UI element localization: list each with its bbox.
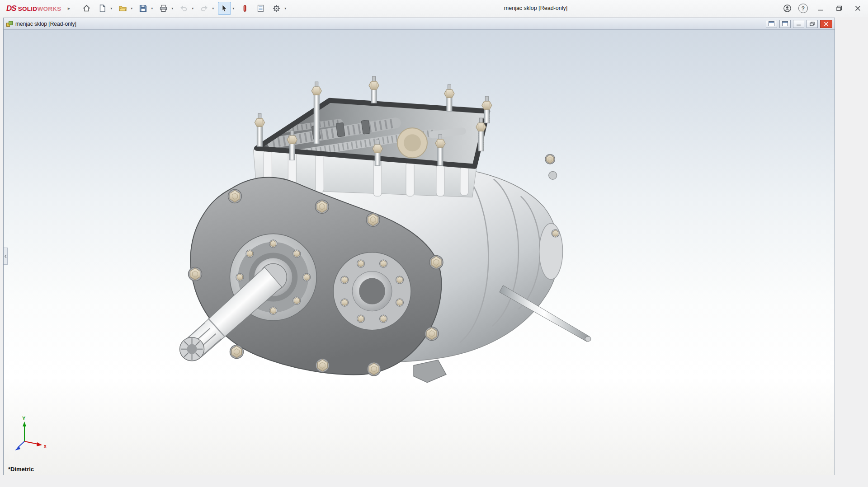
select-dropdown-icon[interactable]: ▾ [231, 6, 236, 10]
open-dropdown-icon[interactable]: ▾ [129, 6, 134, 10]
app-minimize-button[interactable] [815, 3, 826, 14]
document-title: menjac sklop [Read-only] [15, 21, 76, 27]
solidworks-logo: DS SOLID WORKS [6, 4, 61, 13]
triad-x-label: x [44, 444, 47, 449]
document-window-controls [766, 20, 832, 28]
print-button[interactable] [157, 2, 170, 15]
side-bearing-cover [333, 253, 411, 330]
graphics-viewport[interactable]: Y x *Dimetric [4, 30, 835, 475]
undo-button [177, 2, 190, 15]
redo-dropdown-icon: ▾ [211, 6, 215, 10]
toolbar-expand-arrow-icon[interactable]: ▸ [68, 5, 71, 11]
undo-dropdown-icon: ▾ [190, 6, 195, 10]
doc-restore-button[interactable] [807, 20, 818, 28]
save-dropdown-icon[interactable]: ▾ [150, 6, 154, 10]
gearbox-model[interactable] [4, 30, 835, 475]
close-icon [855, 5, 861, 11]
options-gear-icon [272, 4, 281, 13]
home-button[interactable] [80, 2, 93, 15]
featuremanager-collapsed-handle[interactable] [4, 248, 8, 265]
redo-button [198, 2, 211, 15]
select-tool-button[interactable] [218, 2, 231, 15]
undo-icon [179, 4, 188, 13]
new-document-dropdown-icon[interactable]: ▾ [109, 6, 113, 10]
file-properties-icon [256, 4, 265, 13]
select-cursor-icon [220, 4, 229, 13]
file-properties-button[interactable] [254, 2, 267, 15]
doc-minimize-button[interactable] [793, 20, 804, 28]
open-button[interactable] [116, 2, 129, 15]
doc-tile-pane-a-button[interactable] [766, 20, 777, 28]
pane-window-icon [769, 21, 774, 26]
rebuild-button[interactable] [238, 2, 251, 15]
new-document-icon [98, 4, 107, 13]
print-dropdown-icon[interactable]: ▾ [170, 6, 175, 10]
app-titlebar: DS SOLID WORKS ▸ ▾ [0, 0, 868, 17]
minimize-icon [818, 5, 824, 11]
pane-window-split-icon [782, 21, 788, 26]
print-icon [159, 4, 168, 13]
open-folder-icon [118, 4, 127, 13]
options-dropdown-icon[interactable]: ▾ [283, 6, 288, 10]
doc-minimize-icon [796, 22, 801, 26]
triad-y-label: Y [22, 416, 26, 421]
orientation-triad: Y x [10, 415, 52, 457]
rebuild-icon [241, 4, 249, 13]
app-window-title: menjac sklop [Read-only] [477, 0, 594, 17]
triad-z-axis [15, 446, 20, 450]
doc-close-button[interactable] [820, 20, 832, 28]
account-icon[interactable] [783, 4, 792, 13]
quick-access-toolbar: ▾ ▾ ▾ [77, 2, 288, 15]
maximize-icon [836, 5, 842, 11]
app-close-button[interactable] [852, 3, 863, 14]
help-icon[interactable]: ? [798, 4, 808, 13]
app-window-controls: ? [783, 0, 863, 17]
logo-ds-glyph: DS [6, 4, 16, 13]
new-document-button[interactable] [96, 2, 109, 15]
assembly-document-icon [6, 20, 13, 28]
save-icon [139, 4, 147, 13]
save-button[interactable] [137, 2, 150, 15]
doc-restore-icon [810, 22, 815, 26]
app-maximize-button[interactable] [833, 3, 845, 14]
redo-icon [200, 4, 208, 13]
document-window: menjac sklop [Read-only] [3, 18, 835, 475]
doc-tile-pane-b-button[interactable] [779, 20, 791, 28]
document-titlebar[interactable]: menjac sklop [Read-only] [4, 18, 835, 30]
view-orientation-label: *Dimetric [8, 466, 34, 473]
doc-close-icon [824, 22, 829, 26]
chevron-left-icon [5, 254, 7, 258]
home-icon [82, 4, 91, 13]
options-button[interactable] [270, 2, 283, 15]
